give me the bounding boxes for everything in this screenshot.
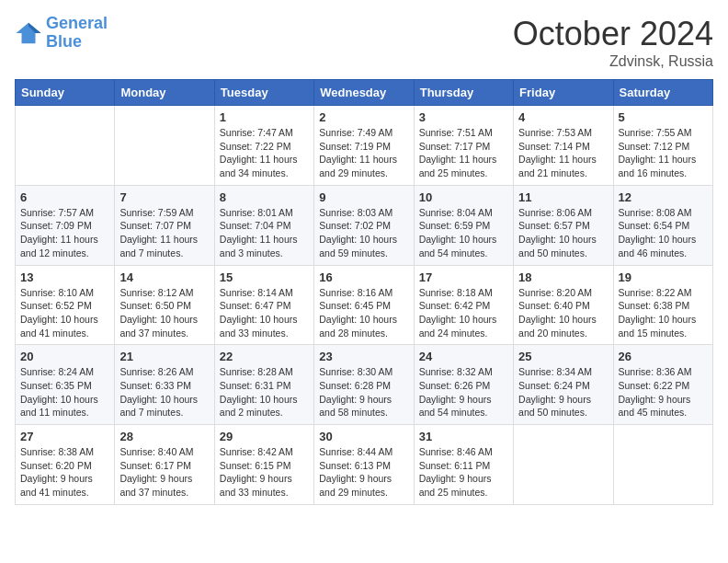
calendar-body: 1Sunrise: 7:47 AM Sunset: 7:22 PM Daylig… — [16, 106, 713, 505]
calendar-week-row: 1Sunrise: 7:47 AM Sunset: 7:22 PM Daylig… — [16, 106, 713, 186]
calendar-cell: 3Sunrise: 7:51 AM Sunset: 7:17 PM Daylig… — [414, 106, 513, 186]
day-number: 8 — [220, 190, 309, 204]
calendar-week-row: 20Sunrise: 8:24 AM Sunset: 6:35 PM Dayli… — [16, 345, 713, 425]
calendar-cell: 13Sunrise: 8:10 AM Sunset: 6:52 PM Dayli… — [16, 265, 115, 345]
day-info: Sunrise: 7:47 AM Sunset: 7:22 PM Dayligh… — [220, 126, 309, 180]
day-info: Sunrise: 8:01 AM Sunset: 7:04 PM Dayligh… — [220, 206, 309, 260]
calendar-cell: 15Sunrise: 8:14 AM Sunset: 6:47 PM Dayli… — [214, 265, 313, 345]
day-of-week-header: Monday — [115, 80, 214, 106]
day-of-week-header: Friday — [514, 80, 613, 106]
calendar-cell: 12Sunrise: 8:08 AM Sunset: 6:54 PM Dayli… — [613, 185, 712, 265]
day-of-week-header: Thursday — [414, 80, 513, 106]
calendar-week-row: 6Sunrise: 7:57 AM Sunset: 7:09 PM Daylig… — [16, 185, 713, 265]
day-number: 30 — [319, 430, 408, 443]
logo-text: General Blue — [46, 15, 108, 52]
calendar-cell: 9Sunrise: 8:03 AM Sunset: 7:02 PM Daylig… — [314, 185, 414, 265]
day-number: 26 — [619, 350, 708, 363]
calendar-cell: 29Sunrise: 8:42 AM Sunset: 6:15 PM Dayli… — [214, 425, 313, 505]
calendar-cell: 23Sunrise: 8:30 AM Sunset: 6:28 PM Dayli… — [314, 345, 414, 425]
day-number: 4 — [518, 110, 608, 124]
day-of-week-header: Tuesday — [214, 80, 313, 106]
page-header: General Blue October 2024 Zdvinsk, Russi… — [15, 15, 713, 70]
day-number: 18 — [518, 270, 608, 284]
calendar-cell — [613, 425, 712, 505]
day-number: 23 — [319, 350, 408, 363]
day-info: Sunrise: 8:20 AM Sunset: 6:40 PM Dayligh… — [518, 286, 608, 340]
day-number: 25 — [518, 350, 608, 363]
day-number: 29 — [220, 430, 309, 443]
calendar-cell: 26Sunrise: 8:36 AM Sunset: 6:22 PM Dayli… — [613, 345, 712, 425]
calendar-cell: 22Sunrise: 8:28 AM Sunset: 6:31 PM Dayli… — [214, 345, 313, 425]
day-number: 20 — [20, 350, 109, 363]
day-of-week-header: Wednesday — [314, 80, 414, 106]
day-number: 6 — [20, 190, 109, 204]
day-info: Sunrise: 8:38 AM Sunset: 6:20 PM Dayligh… — [20, 445, 109, 500]
calendar-cell: 24Sunrise: 8:32 AM Sunset: 6:26 PM Dayli… — [414, 345, 513, 425]
day-info: Sunrise: 8:22 AM Sunset: 6:38 PM Dayligh… — [619, 286, 708, 340]
day-number: 16 — [319, 270, 408, 284]
calendar-week-row: 27Sunrise: 8:38 AM Sunset: 6:20 PM Dayli… — [16, 425, 713, 505]
day-number: 31 — [419, 430, 508, 443]
calendar-cell: 5Sunrise: 7:55 AM Sunset: 7:12 PM Daylig… — [613, 106, 712, 186]
calendar-table: SundayMondayTuesdayWednesdayThursdayFrid… — [15, 79, 713, 505]
day-info: Sunrise: 8:14 AM Sunset: 6:47 PM Dayligh… — [220, 286, 309, 340]
calendar-cell — [115, 106, 214, 186]
day-info: Sunrise: 7:59 AM Sunset: 7:07 PM Dayligh… — [119, 206, 209, 260]
logo: General Blue — [15, 15, 108, 52]
day-info: Sunrise: 8:24 AM Sunset: 6:35 PM Dayligh… — [20, 365, 109, 419]
day-number: 14 — [119, 270, 209, 284]
day-number: 5 — [619, 110, 708, 124]
day-number: 10 — [419, 190, 508, 204]
day-info: Sunrise: 8:32 AM Sunset: 6:26 PM Dayligh… — [419, 365, 508, 419]
day-info: Sunrise: 8:40 AM Sunset: 6:17 PM Dayligh… — [119, 445, 209, 500]
calendar-cell: 2Sunrise: 7:49 AM Sunset: 7:19 PM Daylig… — [314, 106, 414, 186]
day-info: Sunrise: 8:42 AM Sunset: 6:15 PM Dayligh… — [220, 445, 309, 500]
day-info: Sunrise: 8:36 AM Sunset: 6:22 PM Dayligh… — [619, 365, 708, 419]
day-number: 22 — [220, 350, 309, 363]
calendar-cell: 16Sunrise: 8:16 AM Sunset: 6:45 PM Dayli… — [314, 265, 414, 345]
day-info: Sunrise: 8:06 AM Sunset: 6:57 PM Dayligh… — [518, 206, 608, 260]
day-number: 17 — [419, 270, 508, 284]
calendar-header-row: SundayMondayTuesdayWednesdayThursdayFrid… — [16, 80, 713, 106]
calendar-cell: 20Sunrise: 8:24 AM Sunset: 6:35 PM Dayli… — [16, 345, 115, 425]
day-number: 3 — [419, 110, 508, 124]
title-block: October 2024 Zdvinsk, Russia — [513, 15, 713, 70]
day-of-week-header: Sunday — [16, 80, 115, 106]
calendar-cell: 8Sunrise: 8:01 AM Sunset: 7:04 PM Daylig… — [214, 185, 313, 265]
day-number: 11 — [518, 190, 608, 204]
day-info: Sunrise: 7:57 AM Sunset: 7:09 PM Dayligh… — [20, 206, 109, 260]
day-number: 1 — [220, 110, 309, 124]
calendar-cell: 18Sunrise: 8:20 AM Sunset: 6:40 PM Dayli… — [514, 265, 613, 345]
calendar-cell: 19Sunrise: 8:22 AM Sunset: 6:38 PM Dayli… — [613, 265, 712, 345]
day-info: Sunrise: 8:28 AM Sunset: 6:31 PM Dayligh… — [220, 365, 309, 419]
day-number: 24 — [419, 350, 508, 363]
day-number: 21 — [119, 350, 209, 363]
day-number: 2 — [319, 110, 408, 124]
day-info: Sunrise: 8:34 AM Sunset: 6:24 PM Dayligh… — [518, 365, 608, 419]
calendar-cell: 10Sunrise: 8:04 AM Sunset: 6:59 PM Dayli… — [414, 185, 513, 265]
calendar-cell: 4Sunrise: 7:53 AM Sunset: 7:14 PM Daylig… — [514, 106, 613, 186]
calendar-cell: 27Sunrise: 8:38 AM Sunset: 6:20 PM Dayli… — [16, 425, 115, 505]
day-info: Sunrise: 8:03 AM Sunset: 7:02 PM Dayligh… — [319, 206, 408, 260]
day-info: Sunrise: 8:16 AM Sunset: 6:45 PM Dayligh… — [319, 286, 408, 340]
day-info: Sunrise: 7:55 AM Sunset: 7:12 PM Dayligh… — [619, 126, 708, 180]
logo-icon — [15, 19, 42, 47]
calendar-cell: 21Sunrise: 8:26 AM Sunset: 6:33 PM Dayli… — [115, 345, 214, 425]
calendar-cell — [16, 106, 115, 186]
day-info: Sunrise: 8:44 AM Sunset: 6:13 PM Dayligh… — [319, 445, 408, 500]
day-info: Sunrise: 8:30 AM Sunset: 6:28 PM Dayligh… — [319, 365, 408, 419]
month-title: October 2024 — [513, 15, 713, 53]
day-of-week-header: Saturday — [613, 80, 712, 106]
day-number: 13 — [20, 270, 109, 284]
day-number: 9 — [319, 190, 408, 204]
day-info: Sunrise: 8:46 AM Sunset: 6:11 PM Dayligh… — [419, 445, 508, 500]
day-info: Sunrise: 8:12 AM Sunset: 6:50 PM Dayligh… — [119, 286, 209, 340]
day-info: Sunrise: 8:10 AM Sunset: 6:52 PM Dayligh… — [20, 286, 109, 340]
day-info: Sunrise: 8:18 AM Sunset: 6:42 PM Dayligh… — [419, 286, 508, 340]
calendar-cell: 25Sunrise: 8:34 AM Sunset: 6:24 PM Dayli… — [514, 345, 613, 425]
day-info: Sunrise: 8:26 AM Sunset: 6:33 PM Dayligh… — [119, 365, 209, 419]
day-info: Sunrise: 7:53 AM Sunset: 7:14 PM Dayligh… — [518, 126, 608, 180]
day-number: 12 — [619, 190, 708, 204]
day-info: Sunrise: 7:51 AM Sunset: 7:17 PM Dayligh… — [419, 126, 508, 180]
day-info: Sunrise: 8:08 AM Sunset: 6:54 PM Dayligh… — [619, 206, 708, 260]
